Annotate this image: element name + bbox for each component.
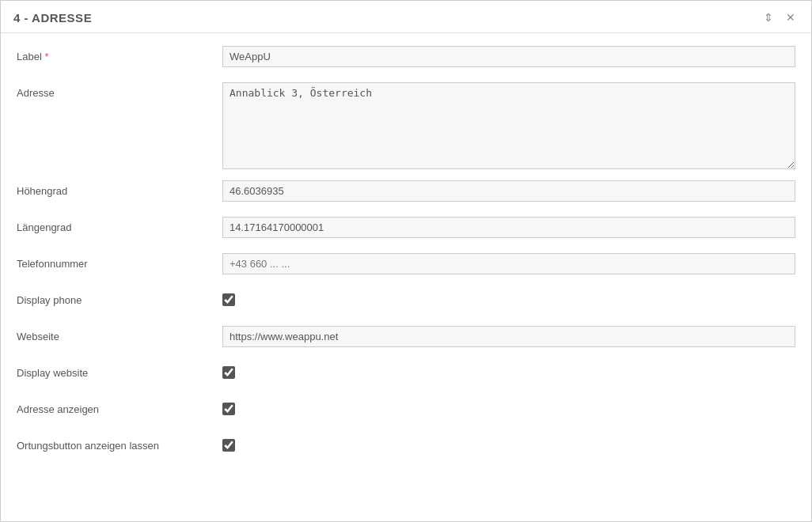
webseite-input[interactable] (222, 326, 795, 347)
label-row: Label * (17, 46, 795, 71)
webseite-label: Webseite (17, 326, 222, 342)
display-website-field-container (222, 362, 795, 381)
display-phone-label: Display phone (17, 289, 222, 306)
adresse-field-container: Annablick 3, Österreich (222, 82, 795, 169)
display-website-checkbox[interactable] (222, 366, 235, 379)
panel-body: Label * Adresse Annablick 3, Österreich … (1, 33, 811, 484)
telefonnummer-input[interactable] (222, 253, 795, 274)
adresse-panel: 4 - ADRESSE ⇕ ✕ Label * Adresse Annablic… (0, 0, 812, 522)
adresse-textarea[interactable]: Annablick 3, Österreich (222, 82, 795, 169)
sort-button[interactable]: ⇕ (761, 10, 776, 25)
laengengrad-input[interactable] (222, 217, 795, 238)
telefonnummer-label: Telefonnummer (17, 253, 222, 270)
ortungsbutton-field-container (222, 435, 795, 454)
close-button[interactable]: ✕ (783, 10, 799, 25)
sort-icon: ⇕ (764, 11, 773, 24)
display-website-row: Display website (17, 362, 795, 388)
adresse-row: Adresse Annablick 3, Österreich (17, 82, 795, 169)
label-field-container (222, 46, 795, 67)
label-field-label: Label * (17, 46, 222, 62)
laengengrad-row: Längengrad (17, 217, 795, 242)
panel-header: 4 - ADRESSE ⇕ ✕ (1, 1, 811, 33)
ortungsbutton-checkbox[interactable] (222, 439, 235, 452)
panel-controls: ⇕ ✕ (761, 10, 799, 25)
required-star: * (42, 51, 49, 62)
panel-title: 4 - ADRESSE (13, 11, 92, 25)
adresse-label: Adresse (17, 82, 222, 99)
adresse-anzeigen-field-container (222, 399, 795, 418)
webseite-field-container (222, 326, 795, 347)
laengengrad-label: Längengrad (17, 217, 222, 233)
hoehengrad-field-container (222, 180, 795, 202)
display-phone-field-container (222, 289, 795, 308)
ortungsbutton-label: Ortungsbutton anzeigen lassen (17, 435, 222, 452)
hoehengrad-label: Höhengrad (17, 180, 222, 197)
display-phone-row: Display phone (17, 289, 795, 315)
display-phone-checkbox[interactable] (222, 293, 235, 306)
telefonnummer-row: Telefonnummer (17, 253, 795, 278)
adresse-anzeigen-label: Adresse anzeigen (17, 399, 222, 415)
display-website-label: Display website (17, 362, 222, 379)
telefonnummer-field-container (222, 253, 795, 274)
close-icon: ✕ (786, 11, 795, 24)
adresse-anzeigen-row: Adresse anzeigen (17, 399, 795, 424)
webseite-row: Webseite (17, 326, 795, 351)
adresse-anzeigen-checkbox[interactable] (222, 403, 235, 415)
laengengrad-field-container (222, 217, 795, 238)
ortungsbutton-row: Ortungsbutton anzeigen lassen (17, 435, 795, 460)
hoehengrad-input[interactable] (222, 180, 795, 202)
label-input[interactable] (222, 46, 795, 67)
hoehengrad-row: Höhengrad (17, 180, 795, 206)
